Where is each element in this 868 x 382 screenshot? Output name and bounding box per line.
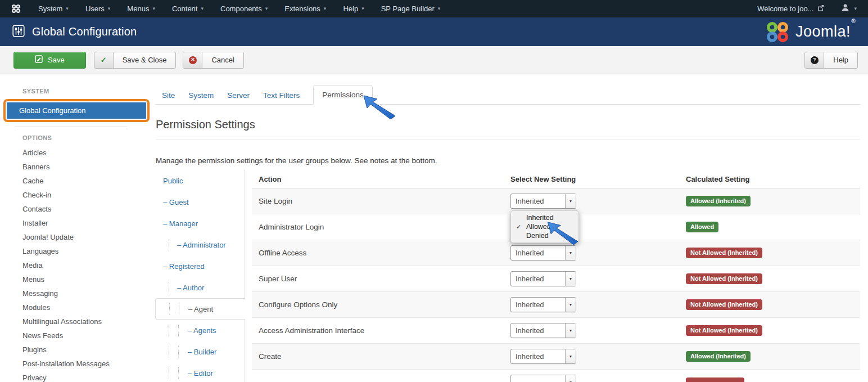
table-row: Offline Access Inherited▼ Not Allowed (I… [252, 240, 860, 266]
sidebar-divider [15, 127, 127, 127]
select-arrow-icon: ▼ [565, 375, 576, 382]
chevron-down-icon: ▾ [361, 6, 364, 11]
sidebar-system-header: SYSTEM [22, 88, 155, 95]
menu-sp-page-builder[interactable]: SP Page Builder▾ [373, 0, 449, 17]
group-manager[interactable]: – Manager [155, 213, 245, 234]
dropdown-option-inherited[interactable]: Inherited [511, 213, 578, 222]
setting-select[interactable]: Inherited▼ [510, 323, 576, 338]
group-editor[interactable]: – Editor [155, 362, 245, 382]
sidebar-item-post-installation-messages[interactable]: Post-installation Messages [0, 357, 155, 371]
group-agents[interactable]: – Agents [155, 320, 245, 341]
indent-guide [169, 239, 169, 250]
dropdown-option-denied[interactable]: Denied [511, 231, 578, 240]
select-arrow-icon: ▼ [565, 298, 576, 312]
status-badge: Allowed (Inherited) [686, 351, 751, 362]
sidebar-item-installer[interactable]: Installer [0, 216, 155, 230]
main-panel: Site System Server Text Filters Permissi… [155, 74, 868, 382]
select-arrow-icon: ▼ [565, 323, 576, 338]
group-author[interactable]: – Author [155, 277, 245, 298]
group-registered[interactable]: – Registered [155, 255, 245, 277]
menu-system[interactable]: System▾ [30, 0, 77, 17]
cancel-button[interactable]: ✕ Cancel [183, 52, 243, 69]
menu-users[interactable]: Users▾ [77, 0, 119, 17]
sidebar-item-check-in[interactable]: Check-in [0, 188, 155, 202]
setting-select[interactable]: ▼ [510, 375, 576, 382]
sidebar-item-media[interactable]: Media [0, 258, 155, 272]
chevron-down-icon: ▾ [66, 6, 69, 11]
permissions-description: Manage the permission settings for the u… [156, 156, 860, 165]
sidebar-item-languages[interactable]: Languages [0, 244, 155, 258]
status-badge: Not Allowed (Inherited) [686, 273, 762, 285]
menu-extensions[interactable]: Extensions▾ [276, 0, 334, 17]
toolbar: Save ✓ Save & Close ✕ Cancel ? Help [0, 46, 868, 74]
group-agent-selected[interactable]: – Agent [155, 298, 245, 320]
setting-select[interactable]: Inherited▼ [510, 271, 576, 286]
external-link-icon [817, 5, 824, 13]
indent-guide [169, 325, 169, 336]
tab-server[interactable]: Server [220, 86, 256, 105]
preview-site-link[interactable]: Welcome to joo... [749, 5, 832, 13]
page-title: Global Configuration [32, 25, 137, 38]
action-label: Create [252, 352, 510, 361]
chevron-down-icon: ▾ [152, 6, 155, 11]
setting-select[interactable]: Inherited▼ [510, 349, 576, 364]
menu-content[interactable]: Content▾ [164, 0, 212, 17]
save-icon [35, 55, 43, 65]
chevron-down-icon: ▾ [438, 6, 441, 11]
section-heading: Permission Settings [156, 113, 860, 140]
sidebar-item-messaging[interactable]: Messaging [0, 286, 155, 300]
sidebar-item-privacy[interactable]: Privacy [0, 371, 155, 382]
table-row: Access Administration Interface Inherite… [252, 318, 860, 344]
status-badge: Not Allowed (Inherited) [686, 248, 762, 259]
sidebar-item-modules[interactable]: Modules [0, 300, 155, 314]
sidebar-item-news-feeds[interactable]: News Feeds [0, 329, 155, 343]
indent-guide [169, 346, 169, 357]
column-select-new-setting: Select New Setting [510, 175, 686, 183]
annotation-orange-box: Global Configuration [3, 99, 150, 122]
menu-components[interactable]: Components▾ [212, 0, 276, 17]
tab-text-filters[interactable]: Text Filters [256, 86, 306, 105]
group-guest[interactable]: – Guest [155, 191, 245, 213]
sidebar-item-plugins[interactable]: Plugins [0, 343, 155, 357]
tab-system[interactable]: System [182, 86, 220, 105]
user-groups-list: Public – Guest – Manager – Administrator… [155, 170, 245, 382]
save-close-button[interactable]: ✓ Save & Close [94, 52, 177, 69]
menu-menus[interactable]: Menus▾ [119, 0, 164, 17]
sidebar-item-global-configuration[interactable]: Global Configuration [7, 102, 146, 119]
indent-guide [179, 303, 179, 314]
setting-select[interactable]: Inherited▼ [510, 194, 576, 209]
tab-site[interactable]: Site [155, 86, 182, 105]
menu-help[interactable]: Help▾ [334, 0, 372, 17]
indent-guide [178, 325, 179, 336]
table-row-partial: ▼ [252, 370, 860, 382]
setting-select[interactable]: Inherited▼ [510, 245, 576, 260]
tab-permissions[interactable]: Permissions [313, 85, 373, 105]
sidebar-item-menus[interactable]: Menus [0, 272, 155, 286]
question-icon: ? [805, 52, 824, 68]
sidebar-item-articles[interactable]: Articles [0, 146, 155, 160]
table-row: Super User Inherited▼ Not Allowed (Inher… [252, 266, 860, 292]
select-arrow-icon: ▼ [565, 272, 576, 286]
column-calculated-setting: Calculated Setting [686, 175, 860, 183]
joomla-logo: Joomla!® [765, 21, 856, 43]
indent-guide [178, 367, 179, 379]
sidebar-item-multilingual-associations[interactable]: Multilingual Associations [0, 314, 155, 329]
sidebar-item-contacts[interactable]: Contacts [0, 202, 155, 216]
sidebar-item-banners[interactable]: Banners [0, 160, 155, 174]
group-builder[interactable]: – Builder [155, 341, 245, 362]
dropdown-option-allowed-selected[interactable]: ✓Allowed [511, 222, 578, 231]
setting-select[interactable]: Inherited▼ [510, 297, 576, 312]
user-menu[interactable]: ▾ [832, 3, 868, 14]
status-badge: Allowed (Inherited) [686, 196, 751, 207]
table-row: Configure Options Only Inherited▼ Not Al… [252, 292, 860, 318]
group-administrator[interactable]: – Administrator [155, 234, 245, 255]
top-navbar: System▾ Users▾ Menus▾ Content▾ Component… [0, 0, 868, 17]
sidebar-item-cache[interactable]: Cache [0, 174, 155, 188]
help-button[interactable]: ? Help [804, 52, 858, 69]
table-row: Create Inherited▼ Allowed (Inherited) [252, 344, 860, 370]
sidebar-item-joomla-update[interactable]: Joomla! Update [0, 230, 155, 244]
config-tabs: Site System Server Text Filters Permissi… [155, 85, 860, 105]
save-button[interactable]: Save [13, 52, 86, 69]
group-public[interactable]: Public [155, 170, 245, 191]
status-badge: Not Allowed (Inherited) [686, 325, 762, 336]
